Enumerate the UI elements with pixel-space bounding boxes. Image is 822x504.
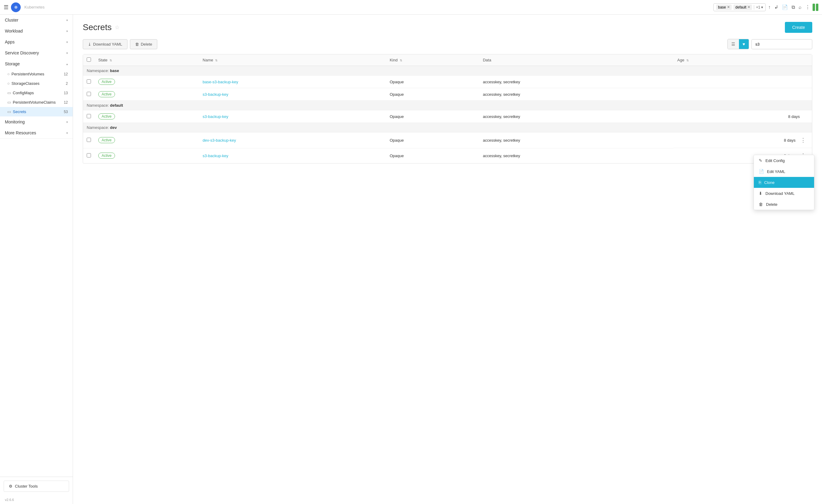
col-data: Data [479, 54, 674, 66]
sidebar-item-config-maps[interactable]: ▭ConfigMaps 13 [0, 88, 73, 98]
sidebar-item-workload[interactable]: Workload ▾ [0, 26, 73, 36]
favorite-star-icon[interactable]: ☆ [115, 24, 119, 31]
chevron-down-icon: ▾ [66, 29, 68, 33]
context-menu-edit-yaml[interactable]: 📄 Edit YAML [754, 166, 814, 177]
delete-label: Delete [141, 42, 152, 47]
context-menu-clone[interactable]: ⎘ Clone [754, 177, 814, 188]
context-menu-edit-config[interactable]: ✎ Edit Config [754, 155, 814, 166]
sidebar-item-cluster[interactable]: Cluster ▾ [0, 15, 73, 26]
table-row: Active s3-backup-key Opaque accesskey, s… [83, 88, 812, 101]
col-kind[interactable]: Kind ⇅ [386, 54, 479, 66]
row-checkbox[interactable] [87, 153, 91, 157]
sort-icon-state: ⇅ [109, 59, 112, 62]
version-label: v2.6.6 [0, 495, 73, 504]
sidebar-item-monitoring[interactable]: Monitoring ▾ [0, 116, 73, 127]
chevron-up-icon: ▴ [66, 62, 68, 66]
undo-icon[interactable]: ↲ [774, 4, 778, 10]
secret-kind: Opaque [386, 76, 479, 88]
secret-name-link[interactable]: s3-backup-key [202, 92, 229, 97]
menu-icon[interactable]: ☰ [4, 4, 9, 11]
secret-name-link[interactable]: base-s3-backup-key [202, 80, 238, 84]
list-view-button[interactable]: ☰ [728, 39, 739, 49]
file-icon[interactable]: 📄 [782, 4, 788, 10]
filter-tag-base-close[interactable]: ✕ [727, 5, 730, 9]
namespace-row-default: Namespace: default [83, 101, 812, 110]
sidebar-sub-item-storage-classes-label: ○StorageClasses [7, 81, 40, 86]
cluster-tools-button[interactable]: ⚙ Cluster Tools [4, 481, 69, 492]
age-value: 8 days [784, 138, 796, 143]
filter-extra-label: +1 [756, 5, 760, 9]
more-vert-icon[interactable]: ⋮ [805, 4, 810, 10]
sidebar-item-more-resources[interactable]: More Resources ▾ [0, 127, 73, 138]
search-input[interactable] [751, 39, 812, 49]
view-toggle: ☰ ♥ [727, 39, 749, 49]
filter-tag-base-label: base [718, 5, 726, 9]
copy-icon[interactable]: ⧉ [792, 5, 795, 10]
sidebar-footer: ⚙ Cluster Tools [0, 477, 73, 495]
upload-icon[interactable]: ↑ [768, 5, 771, 10]
download-yaml-icon: ⬇ [759, 191, 762, 196]
table-body: Namespace: base Active base-s3-backup-ke… [83, 66, 812, 164]
sort-icon-name: ⇅ [215, 59, 218, 62]
app-logo: ⎈ [11, 2, 21, 12]
row-checkbox[interactable] [87, 92, 91, 96]
status-badge: Active [98, 79, 115, 85]
create-button[interactable]: Create [785, 22, 812, 33]
page-title-row: Secrets ☆ [83, 22, 119, 32]
context-menu-download-yaml[interactable]: ⬇ Download YAML [754, 188, 814, 199]
status-badge: Active [98, 137, 115, 143]
chevron-down-icon: ▾ [66, 120, 68, 124]
row-checkbox[interactable] [87, 79, 91, 84]
pvc-badge: 12 [64, 100, 68, 105]
secret-name-link[interactable]: s3-backup-key [202, 114, 229, 119]
grid-view-button[interactable]: ♥ [739, 39, 749, 49]
edit-config-icon: ✎ [759, 158, 762, 163]
namespace-row-base: Namespace: base [83, 66, 812, 76]
col-name[interactable]: Name ⇅ [199, 54, 386, 66]
secrets-badge: 53 [64, 110, 68, 114]
row-checkbox[interactable] [87, 138, 91, 142]
sidebar-item-apps[interactable]: Apps ▾ [0, 36, 73, 47]
filter-tag-default-close[interactable]: ✕ [748, 5, 750, 9]
table-row: Active s3-backup-key Opaque accesskey, s… [83, 148, 812, 163]
chevron-down-icon: ▾ [66, 51, 68, 55]
file-icon: ▭ [7, 91, 11, 95]
cluster-tools-label: Cluster Tools [15, 484, 38, 488]
sidebar-item-service-discovery[interactable]: Service Discovery ▾ [0, 47, 73, 58]
secret-name-link[interactable]: s3-backup-key [202, 154, 229, 158]
sidebar-item-storage-classes[interactable]: ○StorageClasses 2 [0, 79, 73, 88]
row-checkbox[interactable] [87, 114, 91, 118]
filter-tag-base[interactable]: base ✕ [716, 5, 732, 10]
filter-extra-dropdown[interactable]: +1 ▾ [754, 5, 763, 9]
context-menu-delete[interactable]: 🗑 Delete [754, 199, 814, 210]
delete-button[interactable]: 🗑 Delete [130, 39, 157, 49]
select-all-checkbox[interactable] [87, 57, 91, 62]
app-name: Kubernetes [24, 5, 45, 9]
status-badge: Active [98, 113, 115, 119]
secrets-table-container: State ⇅ Name ⇅ Kind ⇅ Data Age ⇅ Namespa… [83, 54, 812, 164]
status-badge: Active [98, 153, 115, 159]
secret-data: accesskey, secretkey [479, 110, 674, 123]
row-actions-button[interactable]: ⋮ [798, 136, 808, 145]
sidebar-item-storage[interactable]: Storage ▴ [0, 58, 73, 69]
secret-kind: Opaque [386, 110, 479, 123]
sidebar-item-secrets[interactable]: ▭Secrets 53 [0, 107, 73, 116]
sidebar-item-persistent-volumes[interactable]: ○PersistentVolumes 12 [0, 69, 73, 79]
secret-age: 8 days ⋮ [674, 133, 812, 148]
table-row: Active s3-backup-key Opaque accesskey, s… [83, 110, 812, 123]
filter-tag-default[interactable]: default ✕ [734, 5, 752, 10]
filter-tag-default-label: default [735, 5, 746, 9]
sidebar-item-persistent-volume-claims[interactable]: ▭PersistentVolumeClaims 12 [0, 98, 73, 107]
download-yaml-button[interactable]: ⤓ Download YAML [83, 39, 127, 49]
col-state[interactable]: State ⇅ [95, 54, 199, 66]
secret-name-link[interactable]: dev-s3-backup-key [202, 138, 236, 143]
secret-age [674, 88, 812, 101]
secret-age: 8 days [674, 110, 812, 123]
chevron-down-icon: ▾ [66, 40, 68, 44]
main-content: Secrets ☆ Create ⤓ Download YAML 🗑 Delet… [73, 15, 822, 504]
sidebar-item-cluster-label: Cluster [5, 18, 18, 22]
sidebar-section-main: Cluster ▾ Workload ▾ Apps ▾ Service Disc… [0, 15, 73, 139]
context-menu-download-yaml-label: Download YAML [765, 191, 795, 196]
col-age[interactable]: Age ⇅ [674, 54, 812, 66]
search-icon[interactable]: ⌕ [799, 5, 802, 10]
